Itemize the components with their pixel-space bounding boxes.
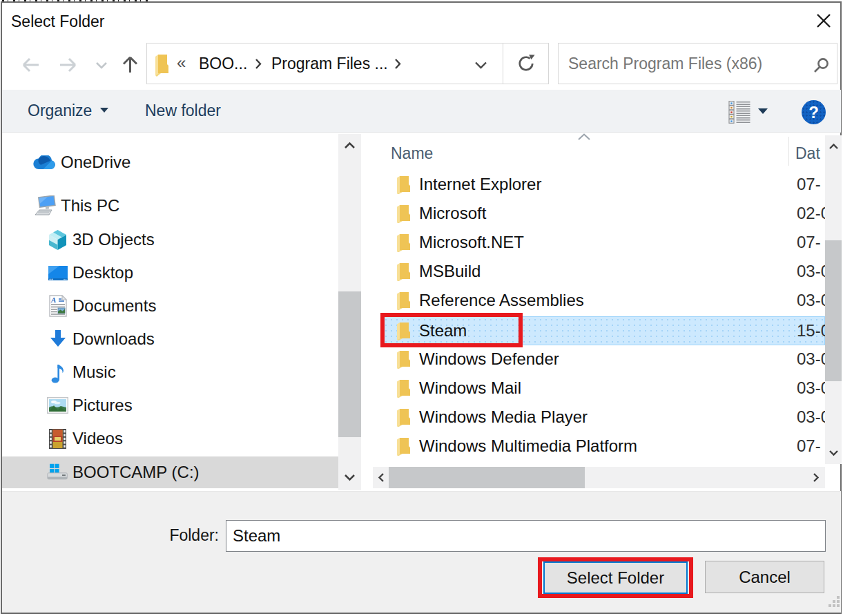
help-label: ?: [808, 103, 819, 122]
music-icon: [47, 362, 68, 383]
view-caret-icon[interactable]: [758, 108, 768, 115]
scroll-down-icon[interactable]: [344, 474, 356, 481]
list-item[interactable]: MSBuild 03-0: [373, 257, 825, 286]
resize-grip[interactable]: [829, 596, 841, 608]
folder-icon: [396, 291, 411, 310]
search-input[interactable]: [559, 44, 808, 83]
list-vertical-scrollbar[interactable]: [825, 135, 842, 464]
file-date: 03-0: [797, 403, 825, 432]
organize-caret-icon[interactable]: [100, 108, 108, 113]
list-item[interactable]: Windows Media Player 03-0: [373, 403, 825, 432]
sidebar-item-onedrive[interactable]: OneDrive: [2, 146, 338, 178]
list-item[interactable]: Windows Mail 03-0: [373, 374, 825, 403]
chevron-down-icon: [95, 61, 108, 69]
file-date: 07-: [797, 170, 821, 199]
sidebar-item-label: OneDrive: [61, 153, 130, 172]
pictures-icon: [47, 397, 68, 414]
folder-icon: [396, 378, 411, 398]
scroll-up-icon[interactable]: [344, 142, 356, 149]
column-header-name[interactable]: Name: [391, 144, 433, 163]
sidebar-item-bootcamp[interactable]: BOOTCAMP (C:): [2, 456, 338, 488]
refresh-button[interactable]: [503, 43, 549, 84]
list-item[interactable]: Internet Explorer 07-: [373, 170, 825, 199]
annotation-box-steam: [380, 313, 523, 347]
close-button[interactable]: [807, 7, 840, 35]
address-bar[interactable]: « BOO... Program Files ...: [146, 43, 503, 84]
sidebar-item-documents[interactable]: A Documents: [2, 290, 338, 322]
file-name: Internet Explorer: [419, 170, 541, 199]
folder-icon: [396, 436, 411, 456]
back-button[interactable]: [20, 55, 41, 75]
file-date: 02-0: [797, 199, 825, 228]
scroll-up-icon[interactable]: [829, 143, 839, 150]
dialog-footer: [2, 491, 841, 613]
column-header-date[interactable]: Dat: [795, 144, 820, 163]
dialog-title: Select Folder: [11, 12, 105, 31]
help-button[interactable]: ?: [802, 100, 826, 124]
file-name: MSBuild: [419, 257, 481, 286]
sidebar-item-downloads[interactable]: Downloads: [2, 323, 338, 355]
file-date: 07-: [797, 432, 821, 461]
file-date: 03-0: [797, 286, 825, 315]
list-scrollbar-thumb[interactable]: [825, 240, 842, 381]
svg-text:A: A: [50, 296, 56, 304]
list-item[interactable]: Windows Multimedia Platform 07-: [373, 432, 825, 461]
breadcrumb-separator-icon[interactable]: [254, 58, 262, 70]
sidebar-item-label: Videos: [72, 429, 123, 448]
sidebar-item-desktop[interactable]: Desktop: [2, 257, 338, 289]
sidebar-item-3d-objects[interactable]: 3D Objects: [2, 224, 338, 256]
back-icon: [21, 57, 40, 73]
list-item[interactable]: Reference Assemblies 03-0: [373, 286, 825, 315]
breadcrumb-separator-icon[interactable]: [394, 58, 402, 70]
sidebar-item-pictures[interactable]: Pictures: [2, 389, 338, 421]
scroll-down-icon[interactable]: [829, 450, 839, 456]
file-name: Windows Mail: [419, 374, 521, 403]
close-icon: [816, 13, 831, 28]
refresh-icon: [516, 54, 536, 73]
breadcrumb-item[interactable]: Program Files ...: [271, 44, 388, 84]
file-name: Microsoft.NET: [419, 228, 524, 257]
breadcrumb-overflow[interactable]: «: [177, 44, 186, 84]
file-name: Windows Multimedia Platform: [419, 432, 637, 461]
scroll-left-icon[interactable]: [378, 472, 385, 483]
forward-button[interactable]: [58, 55, 79, 75]
folder-icon: [396, 175, 411, 194]
list-item[interactable]: Microsoft.NET 07-: [373, 228, 825, 257]
sidebar-item-label: This PC: [61, 196, 119, 215]
up-button[interactable]: [119, 54, 140, 75]
sidebar-item-label: Desktop: [72, 263, 133, 282]
cancel-button[interactable]: Cancel: [705, 561, 824, 593]
folder-icon: [396, 262, 411, 281]
recent-locations-button[interactable]: [94, 59, 109, 70]
list-horizontal-scrollbar-thumb[interactable]: [389, 467, 585, 488]
sidebar-item-this-pc[interactable]: This PC: [2, 190, 338, 222]
sidebar-scrollbar[interactable]: [338, 134, 361, 490]
new-folder-button[interactable]: New folder: [145, 90, 221, 132]
sidebar-item-videos[interactable]: Videos: [2, 423, 338, 454]
sidebar-item-label: BOOTCAMP (C:): [72, 463, 200, 482]
this-pc-icon: [32, 195, 57, 216]
sort-ascending-icon: [577, 133, 591, 140]
column-divider[interactable]: [788, 137, 789, 166]
address-dropdown-icon[interactable]: [474, 61, 487, 69]
folder-icon: [396, 407, 411, 427]
list-item[interactable]: Windows Defender 03-0: [373, 345, 825, 374]
sidebar-item-label: Pictures: [72, 396, 133, 415]
file-date: 03-0: [797, 257, 825, 286]
folder-name-input[interactable]: [226, 521, 825, 551]
bootcamp-drive-icon: [47, 461, 68, 483]
onedrive-icon: [32, 155, 57, 170]
desktop-icon: [47, 265, 68, 281]
list-horizontal-scrollbar[interactable]: [373, 467, 825, 488]
file-name: Reference Assemblies: [419, 286, 584, 315]
downloads-icon: [47, 329, 68, 349]
sidebar-item-music[interactable]: Music: [2, 356, 338, 388]
list-item[interactable]: Microsoft 02-0: [373, 199, 825, 228]
search-icon[interactable]: [813, 57, 831, 74]
view-details-icon[interactable]: [728, 101, 750, 124]
sidebar-scrollbar-thumb[interactable]: [338, 291, 361, 437]
forward-icon: [59, 57, 78, 73]
organize-button[interactable]: Organize: [28, 90, 92, 132]
scroll-right-icon[interactable]: [813, 472, 820, 483]
breadcrumb-item[interactable]: BOO...: [199, 44, 247, 84]
